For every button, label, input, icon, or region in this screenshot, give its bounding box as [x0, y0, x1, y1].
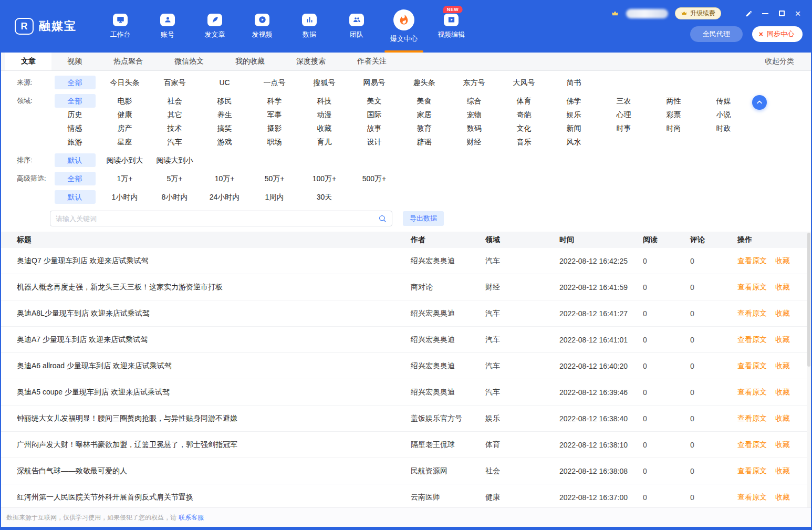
view-original-link[interactable]: 查看原文 — [737, 256, 767, 266]
edit-feedback-icon[interactable] — [744, 9, 754, 18]
tab-followed-authors[interactable]: 作者关注 — [341, 53, 402, 70]
nav-item-video-edit[interactable]: NEW 视频编辑 — [428, 0, 475, 53]
field-option[interactable]: 故事 — [349, 121, 399, 135]
sort-option[interactable]: 阅读小到大 — [100, 153, 150, 167]
view-original-link[interactable]: 查看原文 — [737, 283, 767, 292]
source-option[interactable]: 一点号 — [249, 76, 299, 89]
favorite-link[interactable]: 收藏 — [775, 361, 790, 371]
view-original-link[interactable]: 查看原文 — [737, 361, 767, 371]
field-option[interactable]: 宠物 — [449, 108, 499, 121]
read-count-option[interactable]: 10万+ — [200, 172, 249, 185]
field-option[interactable]: 体育 — [499, 94, 549, 108]
time-range-option[interactable]: 1周内 — [249, 190, 299, 204]
source-option[interactable]: 东方号 — [449, 76, 499, 89]
read-count-option[interactable]: 5万+ — [150, 172, 200, 185]
field-option[interactable]: 移民 — [200, 94, 249, 108]
field-option[interactable]: 美文 — [349, 94, 399, 108]
field-option[interactable]: 彩票 — [649, 108, 699, 121]
view-original-link[interactable]: 查看原文 — [737, 440, 767, 450]
contact-support-link[interactable]: 联系客服 — [179, 513, 204, 522]
field-option[interactable]: 两性 — [649, 94, 699, 108]
read-count-option-selected[interactable]: 全部 — [55, 172, 96, 185]
field-option[interactable]: 小说 — [699, 108, 748, 121]
view-original-link[interactable]: 查看原文 — [737, 388, 767, 397]
field-option[interactable]: 军事 — [249, 108, 299, 121]
field-option[interactable]: 传媒 — [699, 94, 748, 108]
field-option[interactable]: 健康 — [100, 108, 150, 121]
view-original-link[interactable]: 查看原文 — [737, 466, 767, 476]
favorite-link[interactable]: 收藏 — [775, 440, 790, 450]
field-option[interactable]: 社会 — [150, 94, 200, 108]
field-option[interactable]: 文化 — [499, 121, 549, 135]
collapse-filters-button[interactable] — [752, 95, 767, 110]
favorite-link[interactable]: 收藏 — [775, 493, 790, 502]
close-button[interactable]: × — [793, 9, 803, 18]
field-option[interactable]: 技术 — [150, 121, 200, 135]
menu-icon[interactable] — [728, 9, 737, 18]
field-option[interactable]: 摄影 — [249, 121, 299, 135]
source-option[interactable]: 今日头条 — [100, 76, 150, 89]
field-option[interactable]: 娱乐 — [549, 108, 599, 121]
field-option[interactable]: 数码 — [449, 121, 499, 135]
field-option[interactable]: 美食 — [399, 94, 449, 108]
source-option[interactable]: UC — [200, 76, 249, 89]
field-option-selected[interactable]: 全部 — [55, 94, 96, 108]
field-option[interactable]: 游戏 — [200, 135, 249, 149]
nav-item-team[interactable]: 团队 — [333, 0, 380, 53]
search-icon[interactable] — [378, 214, 387, 223]
field-option[interactable]: 科学 — [249, 94, 299, 108]
time-range-option-selected[interactable]: 默认 — [55, 190, 96, 204]
maximize-button[interactable] — [777, 9, 786, 18]
collapse-categories-button[interactable]: 收起分类 — [765, 53, 794, 70]
scrollbar[interactable] — [807, 232, 811, 507]
tab-hot-topics[interactable]: 热点聚合 — [98, 53, 159, 70]
source-option[interactable]: 搜狐号 — [299, 76, 349, 89]
sort-option-selected[interactable]: 默认 — [55, 153, 96, 167]
field-option[interactable]: 科技 — [299, 94, 349, 108]
upgrade-renew-button[interactable]: 升级续费 — [675, 7, 721, 19]
view-original-link[interactable]: 查看原文 — [737, 414, 767, 423]
field-option[interactable]: 汽车 — [150, 135, 200, 149]
field-option[interactable]: 房产 — [100, 121, 150, 135]
field-option[interactable]: 星座 — [100, 135, 150, 149]
time-range-option[interactable]: 1小时内 — [100, 190, 150, 204]
field-option[interactable]: 心理 — [599, 108, 649, 121]
search-input[interactable] — [56, 215, 378, 223]
favorite-link[interactable]: 收藏 — [775, 256, 790, 266]
nav-item-data[interactable]: 数据 — [286, 0, 333, 53]
field-option[interactable]: 历史 — [50, 108, 100, 121]
field-option[interactable]: 财经 — [449, 135, 499, 149]
nav-item-publish-article[interactable]: 发文章 — [191, 0, 238, 53]
source-option[interactable]: 网易号 — [349, 76, 399, 89]
favorite-link[interactable]: 收藏 — [775, 414, 790, 423]
tab-articles[interactable]: 文章 — [5, 53, 51, 70]
field-option[interactable]: 奇葩 — [499, 108, 549, 121]
field-option[interactable]: 动漫 — [299, 108, 349, 121]
view-original-link[interactable]: 查看原文 — [737, 335, 767, 345]
favorite-link[interactable]: 收藏 — [775, 335, 790, 345]
field-option[interactable]: 辟谣 — [399, 135, 449, 149]
time-range-option[interactable]: 24小时内 — [200, 190, 249, 204]
time-range-option[interactable]: 8小时内 — [150, 190, 200, 204]
field-option[interactable]: 音乐 — [499, 135, 549, 149]
field-option[interactable]: 电影 — [100, 94, 150, 108]
read-count-option[interactable]: 1万+ — [100, 172, 150, 185]
field-option[interactable]: 国际 — [349, 108, 399, 121]
nav-item-account[interactable]: 账号 — [144, 0, 191, 53]
source-option-selected[interactable]: 全部 — [55, 76, 96, 89]
tab-wechat-hot[interactable]: 微信热文 — [159, 53, 220, 70]
field-option[interactable]: 养生 — [200, 108, 249, 121]
field-option[interactable]: 佛学 — [549, 94, 599, 108]
field-option[interactable]: 时政 — [699, 121, 748, 135]
source-option[interactable]: 趣头条 — [399, 76, 449, 89]
field-option[interactable]: 时事 — [599, 121, 649, 135]
field-option[interactable]: 情感 — [50, 121, 100, 135]
favorite-link[interactable]: 收藏 — [775, 283, 790, 292]
field-option[interactable]: 三农 — [599, 94, 649, 108]
field-option[interactable]: 设计 — [349, 135, 399, 149]
tab-favorites[interactable]: 我的收藏 — [220, 53, 280, 70]
read-count-option[interactable]: 500万+ — [349, 172, 399, 185]
favorite-link[interactable]: 收藏 — [775, 466, 790, 476]
nav-item-publish-video[interactable]: 发视频 — [238, 0, 286, 53]
field-option[interactable]: 搞笑 — [200, 121, 249, 135]
